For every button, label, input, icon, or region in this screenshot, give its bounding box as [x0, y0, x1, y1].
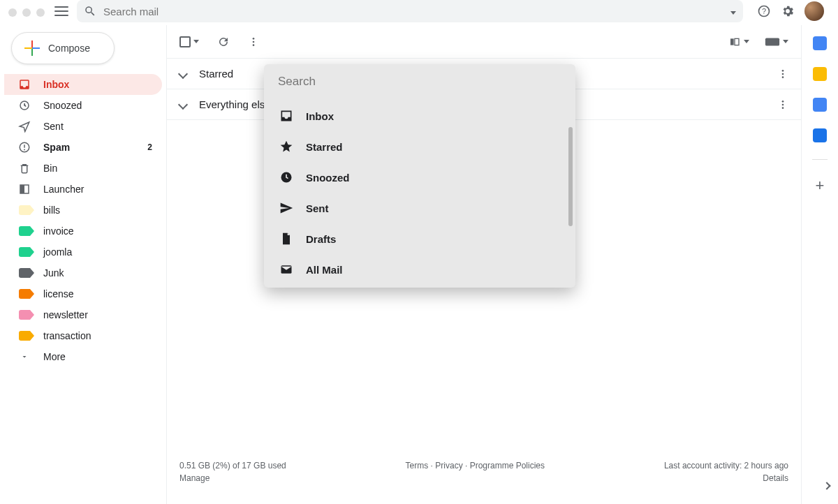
popover-search-input[interactable]	[278, 75, 561, 89]
sidebar-item-sent[interactable]: Sent	[4, 116, 162, 137]
send-icon	[18, 120, 31, 133]
send-fill-icon	[279, 201, 293, 215]
launcher-icon	[18, 183, 31, 195]
sidebar-label-invoice[interactable]: invoice	[4, 221, 162, 242]
privacy-link[interactable]: Privacy	[435, 461, 462, 470]
sidebar-item-launcher[interactable]: Launcher	[4, 179, 162, 200]
sidebar: Compose InboxSnoozedSentSpam2BinLauncher…	[0, 25, 166, 504]
policies-link[interactable]: Programme Policies	[470, 461, 545, 470]
svg-point-6	[253, 38, 255, 40]
activity-text: Last account activity: 2 hours ago	[664, 461, 788, 470]
search-options-caret[interactable]	[728, 5, 736, 17]
popover-item-label: Snoozed	[306, 172, 350, 184]
toolbar	[167, 25, 801, 59]
svg-rect-9	[730, 38, 734, 45]
compose-button[interactable]: Compose	[11, 32, 115, 64]
svg-point-16	[782, 103, 784, 105]
clock-fill-icon	[279, 170, 293, 184]
search-bar	[77, 0, 743, 22]
plus-icon	[24, 40, 40, 56]
account-avatar[interactable]	[804, 1, 824, 21]
footer: 0.51 GB (2%) of 17 GB used Manage Terms …	[167, 452, 801, 504]
manage-link[interactable]: Manage	[179, 473, 286, 483]
sidebar-label-newsletter[interactable]: newsletter	[4, 304, 162, 325]
sidebar-item-label: Snoozed	[43, 100, 82, 111]
popover-item-sent[interactable]: Sent	[264, 193, 575, 223]
popover-item-snoozed[interactable]: Snoozed	[264, 162, 575, 193]
main-menu-button[interactable]	[53, 3, 70, 20]
sidebar-item-label: Sent	[43, 121, 64, 132]
popover-item-inbox[interactable]: Inbox	[264, 101, 575, 131]
side-panel-divider	[812, 159, 828, 160]
support-icon[interactable]: ?	[757, 4, 771, 18]
footer-storage: 0.51 GB (2%) of 17 GB used Manage	[179, 461, 286, 483]
get-addons-button[interactable]: +	[816, 177, 825, 195]
sidebar-more[interactable]: More	[4, 346, 162, 367]
popover-item-all-mail[interactable]: All Mail	[264, 254, 575, 285]
svg-point-15	[782, 101, 784, 103]
popover-item-label: All Mail	[306, 264, 343, 276]
svg-point-12	[782, 70, 784, 72]
select-all[interactable]	[179, 36, 199, 47]
popover-item-label: Inbox	[306, 110, 334, 122]
label-icon	[18, 246, 31, 258]
sidebar-label-junk[interactable]: Junk	[4, 262, 162, 283]
popover-item-label: Drafts	[306, 233, 336, 245]
app-root: Compose InboxSnoozedSentSpam2BinLauncher…	[0, 25, 838, 504]
popover-scrollbar[interactable]	[568, 127, 573, 226]
sidebar-item-inbox[interactable]: Inbox	[4, 74, 162, 95]
compose-label: Compose	[48, 43, 90, 54]
svg-point-3	[24, 149, 25, 150]
popover-search	[264, 64, 575, 99]
svg-rect-11	[765, 38, 779, 45]
label-picker-popover: InboxStarredSnoozedSentDraftsAll Mail	[264, 64, 575, 288]
section-label: Everything else	[199, 98, 271, 110]
sidebar-label-text: bills	[43, 205, 60, 216]
keyboard-toggle[interactable]	[765, 37, 788, 47]
chevron-down-icon	[178, 68, 188, 78]
sidebar-item-bin[interactable]: Bin	[4, 158, 162, 179]
tasks-icon[interactable]	[813, 98, 827, 112]
mail-icon	[279, 262, 293, 276]
mac-close-dot[interactable]	[8, 8, 17, 17]
section-more-icon[interactable]	[777, 68, 788, 80]
contacts-icon[interactable]	[813, 128, 827, 142]
search-input[interactable]	[103, 6, 721, 17]
details-link[interactable]: Details	[664, 473, 788, 483]
sidebar-label-transaction[interactable]: transaction	[4, 325, 162, 346]
more-menu-button[interactable]	[248, 36, 259, 47]
settings-icon[interactable]	[781, 4, 795, 18]
svg-rect-10	[735, 38, 739, 45]
popover-item-drafts[interactable]: Drafts	[264, 223, 575, 254]
svg-point-8	[253, 44, 255, 46]
terms-link[interactable]: Terms	[406, 461, 429, 470]
label-icon	[18, 204, 31, 216]
sidebar-item-snoozed[interactable]: Snoozed	[4, 95, 162, 116]
popover-item-starred[interactable]: Starred	[264, 131, 575, 162]
mac-min-dot[interactable]	[22, 8, 31, 17]
calendar-icon[interactable]	[813, 36, 827, 50]
sidebar-item-count: 2	[147, 142, 152, 152]
collapse-side-panel[interactable]	[818, 477, 835, 494]
keep-icon[interactable]	[813, 67, 827, 81]
sidebar-label-joomla[interactable]: joomla	[4, 242, 162, 262]
star-icon	[279, 140, 293, 154]
svg-text:?: ?	[762, 7, 766, 15]
sidebar-label-bills[interactable]: bills	[4, 200, 162, 221]
sidebar-item-label: Launcher	[43, 184, 84, 195]
section-label: Starred	[199, 68, 233, 80]
more-label: More	[43, 351, 66, 362]
section-more-icon[interactable]	[777, 99, 788, 110]
sidebar-label-text: license	[43, 288, 74, 299]
mac-max-dot[interactable]	[36, 8, 45, 17]
svg-point-7	[253, 40, 255, 43]
sidebar-label-license[interactable]: license	[4, 283, 162, 304]
split-pane-toggle[interactable]	[728, 36, 749, 47]
sidebar-item-spam[interactable]: Spam2	[4, 137, 162, 158]
refresh-button[interactable]	[217, 36, 230, 48]
sidebar-label-text: newsletter	[43, 309, 88, 320]
sidebar-label-text: transaction	[43, 330, 91, 341]
clock-icon	[18, 99, 31, 112]
footer-links: Terms · Privacy · Programme Policies	[406, 461, 545, 470]
sidebar-item-label: Inbox	[43, 79, 69, 90]
